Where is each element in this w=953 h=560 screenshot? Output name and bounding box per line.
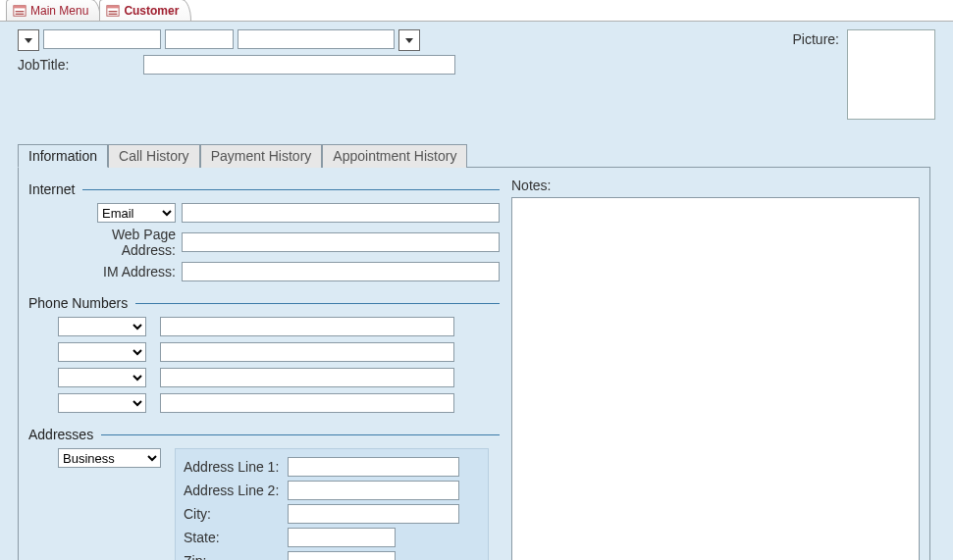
divider (135, 303, 500, 304)
phone-number-2[interactable] (160, 342, 454, 362)
tab-payment-history[interactable]: Payment History (200, 144, 323, 168)
svg-rect-5 (107, 5, 119, 8)
webpage-label: Web Page Address: (58, 227, 176, 258)
addr-city-input[interactable] (288, 504, 459, 524)
phone-type-1[interactable] (58, 317, 146, 336)
webpage-input[interactable] (182, 232, 500, 252)
jobtitle-input[interactable] (143, 55, 455, 75)
addr-state-label: State: (184, 530, 282, 545)
tab-main-menu-label: Main Menu (30, 4, 88, 18)
svg-rect-6 (109, 11, 118, 12)
phone-number-3[interactable] (160, 368, 454, 387)
tab-appointment-history[interactable]: Appointment History (322, 144, 467, 168)
tab-information[interactable]: Information (18, 144, 108, 168)
svg-rect-3 (16, 13, 25, 14)
notes-label: Notes: (511, 178, 920, 193)
phone-type-3[interactable] (58, 368, 146, 387)
addresses-group-label: Addresses (28, 427, 93, 442)
phone-number-4[interactable] (160, 393, 454, 413)
divider (101, 434, 500, 435)
jobtitle-label: JobTitle: (18, 57, 135, 73)
document-tab-bar: Main Menu Customer (0, 0, 953, 22)
picture-box[interactable] (847, 29, 935, 120)
svg-rect-1 (14, 5, 26, 8)
last-name-input[interactable] (238, 29, 395, 49)
form-icon (106, 4, 120, 18)
phones-group-label: Phone Numbers (28, 295, 128, 311)
tab-customer[interactable]: Customer (99, 0, 191, 21)
middle-name-input[interactable] (165, 29, 234, 49)
svg-rect-2 (16, 11, 25, 12)
addr-line2-label: Address Line 2: (184, 483, 282, 498)
addr-zip-input[interactable] (288, 551, 396, 560)
svg-marker-9 (405, 38, 413, 43)
internet-group-label: Internet (28, 181, 75, 197)
addr-line2-input[interactable] (288, 481, 459, 500)
first-name-input[interactable] (43, 29, 161, 49)
addr-line1-label: Address Line 1: (184, 459, 282, 475)
addr-line1-input[interactable] (288, 457, 459, 477)
form-icon (13, 4, 26, 18)
detail-tabstrip: Information Call History Payment History… (18, 143, 930, 168)
svg-marker-8 (25, 38, 32, 43)
phone-number-1[interactable] (160, 317, 454, 336)
email-type-select[interactable]: Email (97, 203, 176, 223)
phone-type-2[interactable] (58, 342, 146, 362)
email-input[interactable] (182, 203, 500, 223)
tab-customer-label: Customer (124, 4, 179, 18)
addr-state-input[interactable] (288, 528, 396, 547)
im-label: IM Address: (58, 264, 176, 280)
customer-form: JobTitle: Picture: Information Call Hist… (0, 22, 953, 560)
suffix-dropdown[interactable] (398, 29, 420, 51)
tab-main-menu[interactable]: Main Menu (6, 0, 101, 21)
addr-city-label: City: (184, 506, 282, 522)
im-input[interactable] (182, 262, 500, 281)
prefix-dropdown[interactable] (18, 29, 39, 51)
tab-call-history[interactable]: Call History (108, 144, 200, 168)
picture-label: Picture: (793, 29, 839, 47)
address-type-select[interactable]: Business (58, 448, 161, 468)
divider (82, 189, 500, 190)
phone-type-4[interactable] (58, 393, 146, 413)
notes-textarea[interactable] (511, 197, 920, 560)
addr-zip-label: Zip: (184, 553, 282, 560)
svg-rect-7 (109, 13, 118, 14)
